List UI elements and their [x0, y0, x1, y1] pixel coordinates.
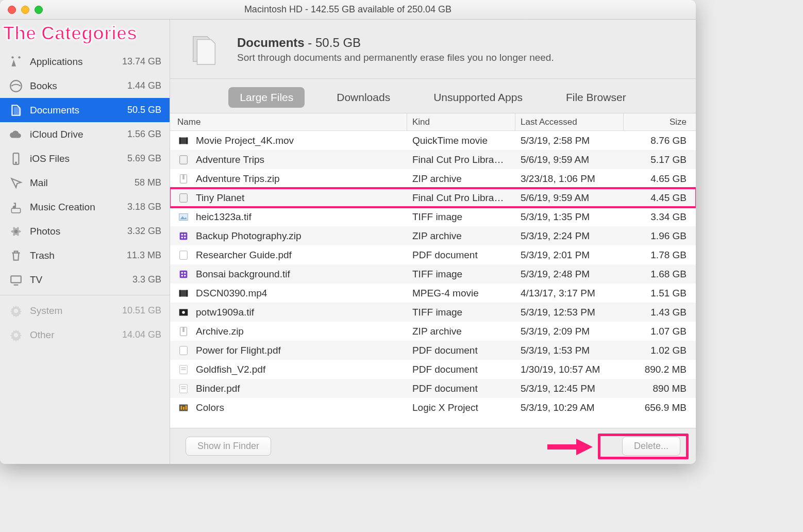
- file-date: 5/3/19, 12:45 PM: [515, 379, 624, 398]
- file-icon: [177, 402, 190, 414]
- show-in-finder-button[interactable]: Show in Finder: [186, 437, 271, 456]
- file-size: 1.02 GB: [624, 341, 696, 360]
- sidebar-item-trash[interactable]: Trash11.3 MB: [0, 243, 170, 268]
- file-date: 4/13/17, 3:17 PM: [515, 284, 624, 303]
- col-header-kind[interactable]: Kind: [407, 113, 515, 130]
- sidebar-item-size: 3.3 GB: [132, 274, 161, 285]
- tv-icon: [8, 272, 24, 288]
- window-title: Macintosh HD - 142.55 GB available of 25…: [0, 4, 696, 15]
- svg-point-23: [181, 236, 183, 238]
- sidebar-item-tv[interactable]: TV3.3 GB: [0, 268, 170, 292]
- tabs-row: Large FilesDownloadsUnsupported AppsFile…: [170, 79, 696, 113]
- table-header: Name Kind Last Accessed Size: [170, 113, 696, 131]
- sidebar-item-other: Other14.04 GB: [0, 323, 170, 347]
- tab-large-files[interactable]: Large Files: [228, 87, 305, 108]
- file-date: 5/3/19, 2:48 PM: [515, 264, 624, 284]
- delete-button[interactable]: Delete...: [622, 437, 680, 456]
- svg-rect-41: [181, 369, 186, 370]
- sidebar-item-size: 5.69 GB: [127, 153, 161, 164]
- sidebar-item-label: Mail: [30, 177, 135, 189]
- trash-icon: [8, 248, 24, 263]
- table-row[interactable]: Power for Flight.pdfPDF document5/3/19, …: [170, 341, 696, 360]
- sidebar-item-label: Books: [30, 80, 127, 92]
- tab-downloads[interactable]: Downloads: [325, 87, 402, 108]
- file-kind: QuickTime movie: [407, 131, 515, 150]
- file-icon: [177, 192, 190, 204]
- sidebar-item-icloud-drive[interactable]: iCloud Drive1.56 GB: [0, 122, 170, 146]
- table-row[interactable]: Backup Photography.zipZIP archive5/3/19,…: [170, 226, 696, 245]
- svg-rect-43: [181, 386, 186, 387]
- file-table: Name Kind Last Accessed Size Movie Proje…: [170, 113, 696, 428]
- file-date: 5/3/19, 12:53 PM: [515, 303, 624, 322]
- apps-icon: [8, 54, 24, 70]
- tab-unsupported-apps[interactable]: Unsupported Apps: [422, 87, 534, 108]
- svg-rect-5: [11, 208, 20, 213]
- sidebar-item-music-creation[interactable]: Music Creation3.18 GB: [0, 195, 170, 219]
- tab-file-browser[interactable]: File Browser: [555, 87, 638, 108]
- books-icon: [8, 78, 24, 94]
- file-kind: TIFF image: [407, 303, 515, 322]
- file-kind: PDF document: [407, 360, 515, 379]
- file-icon: [177, 154, 190, 166]
- sidebar-item-documents[interactable]: Documents50.5 GB: [0, 98, 170, 122]
- table-row[interactable]: Archive.zipZIP archive5/3/19, 2:09 PM1.0…: [170, 322, 696, 341]
- file-kind: PDF document: [407, 245, 515, 264]
- file-name: Bonsai background.tif: [196, 269, 290, 280]
- mail-icon: [8, 175, 24, 191]
- svg-rect-16: [182, 174, 185, 179]
- file-size: 4.45 GB: [624, 188, 696, 207]
- sidebar-item-ios-files[interactable]: iOS Files5.69 GB: [0, 146, 170, 171]
- file-size: 8.76 GB: [624, 131, 696, 150]
- file-kind: ZIP archive: [407, 322, 515, 341]
- sidebar-divider: [0, 295, 170, 295]
- table-row[interactable]: Bonsai background.tifTIFF image5/3/19, 2…: [170, 264, 696, 284]
- svg-rect-44: [181, 388, 186, 389]
- file-icon: [177, 383, 190, 395]
- sidebar-item-size: 58 MB: [135, 177, 161, 188]
- sidebar-item-photos[interactable]: Photos3.32 GB: [0, 219, 170, 243]
- table-row[interactable]: Binder.pdfPDF document5/3/19, 12:45 PM89…: [170, 379, 696, 398]
- file-kind: MPEG-4 movie: [407, 284, 515, 303]
- file-name: potw1909a.tif: [196, 307, 254, 318]
- svg-rect-25: [180, 251, 188, 259]
- sidebar-item-size: 14.04 GB: [122, 329, 161, 340]
- table-row[interactable]: ColorsLogic X Project5/3/19, 10:29 AM656…: [170, 398, 696, 417]
- sidebar-item-size: 10.51 GB: [122, 305, 161, 316]
- file-size: 1.51 GB: [624, 284, 696, 303]
- col-header-date[interactable]: Last Accessed: [515, 113, 624, 130]
- titlebar[interactable]: Macintosh HD - 142.55 GB available of 25…: [0, 0, 696, 20]
- svg-point-22: [184, 234, 186, 236]
- sidebar-item-size: 13.74 GB: [122, 56, 161, 67]
- svg-point-0: [11, 56, 13, 58]
- table-row[interactable]: Tiny PlanetFinal Cut Pro Libra…5/6/19, 9…: [170, 188, 696, 207]
- sidebar-item-label: Documents: [30, 105, 127, 116]
- table-row[interactable]: Researcher Guide.pdfPDF document5/3/19, …: [170, 245, 696, 264]
- col-header-size[interactable]: Size: [624, 113, 696, 130]
- file-name: Adventure Trips: [196, 154, 264, 165]
- sidebar: The Categories Applications13.74 GBBooks…: [0, 20, 170, 464]
- file-name: Movie Project_4K.mov: [196, 135, 294, 146]
- table-row[interactable]: Adventure TripsFinal Cut Pro Libra…5/6/1…: [170, 150, 696, 169]
- table-row[interactable]: Adventure Trips.zipZIP archive3/23/18, 1…: [170, 169, 696, 188]
- file-kind: ZIP archive: [407, 226, 515, 245]
- file-kind: ZIP archive: [407, 169, 515, 188]
- sidebar-item-applications[interactable]: Applications13.74 GB: [0, 49, 170, 74]
- table-row[interactable]: potw1909a.tifTIFF image5/3/19, 12:53 PM1…: [170, 303, 696, 322]
- main-panel: Documents - 50.5 GB Sort through documen…: [170, 20, 696, 464]
- table-row[interactable]: Goldfish_V2.pdfPDF document1/30/19, 10:5…: [170, 360, 696, 379]
- sidebar-item-mail[interactable]: Mail58 MB: [0, 171, 170, 195]
- file-icon: [177, 230, 190, 242]
- table-row[interactable]: heic1323a.tifTIFF image5/3/19, 1:35 PM3.…: [170, 207, 696, 226]
- sidebar-item-label: TV: [30, 274, 132, 286]
- file-date: 5/6/19, 9:59 AM: [515, 150, 624, 169]
- header-title-rest: - 50.5 GB: [305, 36, 361, 49]
- file-size: 656.9 MB: [624, 398, 696, 417]
- table-body[interactable]: Movie Project_4K.movQuickTime movie5/3/1…: [170, 131, 696, 428]
- sidebar-item-books[interactable]: Books1.44 GB: [0, 74, 170, 98]
- file-name: Researcher Guide.pdf: [196, 250, 292, 261]
- table-row[interactable]: DSCN0390.mp4MPEG-4 movie4/13/17, 3:17 PM…: [170, 284, 696, 303]
- svg-rect-37: [182, 327, 185, 331]
- col-header-name[interactable]: Name: [170, 113, 407, 130]
- gear-icon: [8, 303, 24, 319]
- table-row[interactable]: Movie Project_4K.movQuickTime movie5/3/1…: [170, 131, 696, 150]
